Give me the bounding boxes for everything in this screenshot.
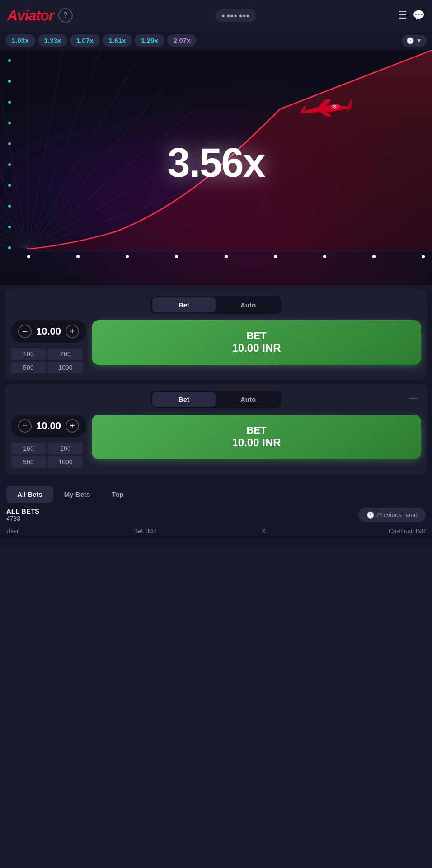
bets-header: ALL BETS 4783 🕐 Previous hand (0, 503, 432, 524)
y-dot (8, 101, 11, 104)
x-dot (372, 255, 376, 258)
bets-title: ALL BETS (6, 507, 39, 515)
panel-2-tab-auto[interactable]: Auto (216, 392, 280, 407)
panel-2-left-col: − 10.00 + 100 200 500 1000 (11, 415, 86, 468)
panel-1-tabs: Bet Auto (11, 296, 421, 314)
y-dot (8, 246, 11, 249)
help-button[interactable]: ? (58, 8, 73, 23)
x-dot (274, 255, 277, 258)
header-center: ● ●●● ●●● (215, 9, 256, 22)
panel-2-decrease-button[interactable]: − (18, 419, 32, 433)
game-canvas: 3.56x ✕ (0, 50, 432, 285)
panel-2-increase-button[interactable]: + (66, 419, 79, 433)
minus-icon: − (23, 327, 28, 336)
panel-2-bet-label: BET (247, 425, 267, 436)
panel-2-bet-amount: 10.00 INR (232, 436, 281, 449)
col-user: User (6, 528, 134, 534)
panel-1-bet-amount: 10.00 INR (232, 342, 281, 355)
x-dot (323, 255, 326, 258)
panel-2-amount-control: − 10.00 + (11, 415, 86, 437)
panel-2-quick-100[interactable]: 100 (11, 443, 46, 454)
y-axis (8, 59, 11, 249)
plus-icon: + (70, 327, 75, 336)
bottom-axis-line (27, 251, 432, 251)
x-dot (422, 255, 425, 258)
x-dot (126, 255, 129, 258)
panel-2-quick-200[interactable]: 200 (48, 443, 83, 454)
panel-1-bet-label: BET (247, 330, 267, 342)
chat-button[interactable]: 💬 (413, 9, 425, 21)
mult-badge-3[interactable]: 1.61x (103, 34, 132, 47)
mult-badge-5[interactable]: 2.07x (167, 34, 197, 47)
panel-1-left-col: − 10.00 + 100 200 500 1000 (11, 320, 86, 373)
panel-2-quick-1000[interactable]: 1000 (48, 456, 83, 468)
panel-1-quick-200[interactable]: 200 (48, 348, 83, 360)
bets-table-header: User Bet, INR X Cash out, INR (0, 524, 432, 538)
panel-1-tab-container: Bet Auto (151, 296, 281, 314)
panel-2-amount-value: 10.00 (36, 420, 61, 432)
panel-1-quick-1000[interactable]: 1000 (48, 362, 83, 373)
x-dot (225, 255, 228, 258)
panel-1-decrease-button[interactable]: − (18, 325, 32, 338)
mult-badge-0[interactable]: 1.03x (5, 34, 35, 47)
panel-1-bet-row: − 10.00 + 100 200 500 1000 BET 10.00 INR (11, 320, 421, 373)
mult-history-button[interactable]: 🕐 ▼ (402, 35, 427, 47)
panel-1-bet-button[interactable]: BET 10.00 INR (92, 320, 421, 365)
panel-2-quick-500[interactable]: 500 (11, 456, 46, 468)
y-dot (8, 205, 11, 208)
header-left: Aviator ? (7, 7, 73, 24)
y-dot (8, 226, 11, 228)
svg-point-0 (346, 99, 353, 112)
minus-icon-2: − (23, 421, 28, 431)
bet-panels: Bet Auto − 10.00 + 100 200 500 (0, 290, 432, 480)
col-x: X (262, 528, 298, 534)
panel-1-amount-control: − 10.00 + (11, 320, 86, 343)
col-cashout: Cash out, INR (298, 528, 426, 534)
panel-1-increase-button[interactable]: + (66, 325, 79, 338)
header-right: ☰ 💬 (398, 9, 425, 21)
header: Aviator ? ● ●●● ●●● ☰ 💬 (0, 0, 432, 31)
y-dot (8, 59, 11, 62)
panel-1-quick-100[interactable]: 100 (11, 348, 46, 360)
panel-2-bet-row: − 10.00 + 100 200 500 1000 BET 10.00 INR (11, 415, 421, 468)
bets-tab-top[interactable]: Top (101, 486, 134, 503)
bets-tab-all[interactable]: All Bets (6, 486, 53, 503)
prev-hand-label: Previous hand (377, 511, 418, 519)
mult-badge-1[interactable]: 1.33x (38, 34, 68, 47)
balance-button[interactable]: ● ●●● ●●● (215, 9, 256, 22)
multiplier-display: 3.56x (167, 140, 264, 186)
bets-title-group: ALL BETS 4783 (6, 507, 39, 522)
panel-1-quick-500[interactable]: 500 (11, 362, 46, 373)
x-axis (27, 255, 432, 258)
mult-badge-4[interactable]: 1.29x (135, 34, 164, 47)
panel-2-tab-bet[interactable]: Bet (152, 392, 216, 407)
multiplier-bar: 1.03x 1.33x 1.07x 1.61x 1.29x 2.07x 🕐 ▼ (0, 31, 432, 50)
history-icon: 🕐 (406, 37, 414, 44)
bets-tabs: All Bets My Bets Top (0, 480, 432, 503)
panel-1-quick-amounts: 100 200 500 1000 (11, 348, 83, 373)
prev-hand-icon: 🕐 (366, 511, 374, 519)
y-dot (8, 163, 11, 166)
panel-1-amount-value: 10.00 (36, 326, 61, 337)
dropdown-arrow: ▼ (416, 37, 422, 44)
plane: ✕ (296, 93, 354, 131)
y-dot (8, 80, 11, 83)
panel-2-quick-amounts: 100 200 500 1000 (11, 443, 83, 468)
menu-button[interactable]: ☰ (398, 9, 407, 21)
panel-1-tab-auto[interactable]: Auto (216, 297, 280, 312)
panel-2-tabs: Bet Auto — (11, 391, 421, 408)
bets-section: All Bets My Bets Top ALL BETS 4783 🕐 Pre… (0, 480, 432, 547)
panel-2-minimize-button[interactable]: — (405, 391, 421, 405)
panel-2-bet-button[interactable]: BET 10.00 INR (92, 415, 421, 459)
panel-1-tab-bet[interactable]: Bet (152, 297, 216, 312)
x-dot (175, 255, 178, 258)
previous-hand-button[interactable]: 🕐 Previous hand (358, 508, 426, 522)
y-dot (8, 142, 11, 145)
logo: Aviator (7, 7, 54, 24)
y-dot (8, 184, 11, 187)
mult-badge-2[interactable]: 1.07x (70, 34, 100, 47)
bet-panel-2: Bet Auto — − 10.00 + 100 200 (5, 384, 427, 474)
panel-2-tab-container: Bet Auto (151, 391, 281, 408)
bets-tab-my[interactable]: My Bets (53, 486, 101, 503)
bet-panel-1: Bet Auto − 10.00 + 100 200 500 (5, 290, 427, 380)
